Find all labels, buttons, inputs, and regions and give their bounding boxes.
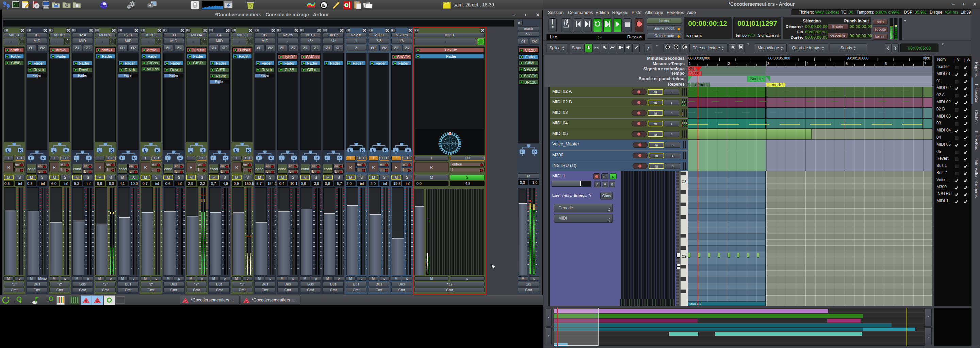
svg-text:a: a	[322, 2, 325, 8]
svg-text:>_: >_	[13, 3, 17, 6]
